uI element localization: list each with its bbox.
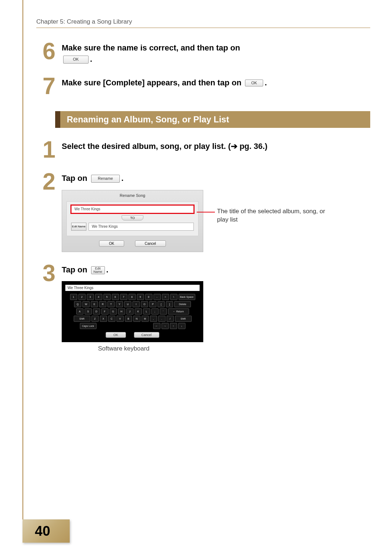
step-text: Make sure [Complete] appears, and then t… bbox=[62, 77, 370, 89]
keyboard-key[interactable]: S bbox=[85, 308, 92, 315]
keyboard-key[interactable]: - bbox=[154, 294, 161, 300]
keyboard-key[interactable]: W bbox=[82, 301, 90, 307]
step-number: 1 bbox=[36, 139, 62, 161]
keyboard-key[interactable]: \ bbox=[170, 294, 177, 300]
keyboard-key[interactable]: 9 bbox=[137, 294, 144, 300]
keyboard-key[interactable]: 5 bbox=[103, 294, 111, 300]
step-text-after: . bbox=[90, 54, 92, 64]
keyboard-cancel-button[interactable]: Cancel bbox=[134, 332, 159, 338]
keyboard-key[interactable]: Back Space bbox=[179, 294, 195, 300]
edit-name-button[interactable]: Edit Name bbox=[71, 223, 86, 231]
keyboard-key[interactable]: / bbox=[167, 316, 174, 322]
keyboard-ok-button[interactable]: OK bbox=[106, 332, 126, 338]
keyboard-key[interactable]: V bbox=[117, 316, 124, 322]
keyboard-key[interactable]: L bbox=[143, 308, 150, 315]
keyboard-key[interactable]: F bbox=[101, 308, 109, 315]
keyboard-key[interactable]: Delete bbox=[174, 301, 191, 307]
step-text: Make sure the name is correct, and then … bbox=[62, 42, 370, 65]
step-text-before: Make sure [Complete] appears, and then t… bbox=[62, 78, 244, 87]
keyboard-key[interactable]: = bbox=[162, 294, 169, 300]
keyboard-key[interactable]: ↓ bbox=[178, 323, 185, 329]
keyboard-key[interactable]: A bbox=[76, 308, 83, 315]
ok-button[interactable]: OK bbox=[63, 56, 89, 63]
keyboard-key[interactable]: T bbox=[107, 301, 115, 307]
ok-button[interactable]: OK bbox=[245, 80, 263, 86]
section-heading: Renaming an Album, Song, or Play List bbox=[55, 111, 370, 128]
keyboard-key[interactable]: D bbox=[93, 308, 100, 315]
keyboard-key[interactable]: Caps Lock bbox=[80, 323, 97, 329]
keyboard-key[interactable]: E bbox=[91, 301, 98, 307]
dialog-title: Rename Song bbox=[66, 193, 199, 198]
step-2: 2 Tap on Rename. Rename Song We Three Ki… bbox=[36, 171, 370, 252]
keyboard-key[interactable]: J bbox=[126, 308, 134, 315]
keyboard-key[interactable]: 6 bbox=[112, 294, 119, 300]
from-name-field[interactable]: We Three Kings bbox=[71, 205, 194, 213]
keyboard-key[interactable]: 1 bbox=[70, 294, 77, 300]
keyboard-caption: Software keyboard bbox=[98, 345, 370, 352]
page-vertical-rule bbox=[23, 0, 23, 530]
keyboard-key[interactable]: 0 bbox=[145, 294, 152, 300]
keyboard-text-field[interactable]: We Three Kings bbox=[65, 285, 200, 291]
keyboard-key[interactable]: G bbox=[110, 308, 117, 315]
keyboard-key[interactable]: Y bbox=[116, 301, 123, 307]
step-text: Tap on Edit Name. bbox=[62, 264, 370, 276]
step-text-before: Tap on bbox=[62, 174, 90, 183]
chapter-header: Chapter 5: Creating a Song Library bbox=[36, 18, 370, 28]
step-3: 3 Tap on Edit Name. We Three Kings 12345… bbox=[36, 263, 370, 353]
keyboard-key[interactable]: 8 bbox=[128, 294, 136, 300]
keyboard-key[interactable]: B bbox=[125, 316, 132, 322]
keyboard-key[interactable]: Shift bbox=[175, 316, 192, 322]
keyboard-key[interactable]: X bbox=[100, 316, 107, 322]
rename-dialog: Rename Song We Three Kings TO Edit Name … bbox=[62, 190, 203, 252]
step-text-before: Tap on bbox=[62, 265, 90, 274]
keyboard-key[interactable]: ← Return bbox=[168, 308, 189, 315]
keyboard-key[interactable]: M bbox=[142, 316, 149, 322]
keyboard-key[interactable]: U bbox=[124, 301, 131, 307]
keyboard-key[interactable]: 7 bbox=[120, 294, 127, 300]
page-number: 40 bbox=[35, 523, 50, 539]
keyboard-key[interactable]: Z bbox=[91, 316, 99, 322]
step-text: Select the desired album, song, or play … bbox=[62, 141, 370, 152]
keyboard-key[interactable]: R bbox=[99, 301, 106, 307]
keyboard-key[interactable]: . bbox=[158, 316, 166, 322]
keyboard-key[interactable]: , bbox=[150, 316, 157, 322]
dialog-ok-button[interactable]: OK bbox=[99, 240, 124, 247]
keyboard-key[interactable]: ' bbox=[160, 308, 167, 315]
keyboard-key[interactable]: Shift bbox=[74, 316, 90, 322]
keyboard-key[interactable]: K bbox=[135, 308, 142, 315]
keyboard-key[interactable]: O bbox=[141, 301, 148, 307]
section-title: Renaming an Album, Song, or Play List bbox=[60, 111, 370, 128]
step-number: 2 bbox=[36, 171, 62, 193]
section-accent bbox=[55, 111, 60, 128]
keyboard-key[interactable]: 4 bbox=[95, 294, 102, 300]
keyboard-key[interactable]: I bbox=[132, 301, 140, 307]
dialog-cancel-button[interactable]: Cancel bbox=[135, 240, 166, 247]
keyboard-key[interactable]: C bbox=[108, 316, 115, 322]
keyboard-row-4: ShiftZXCVBNM,./Shift bbox=[65, 316, 200, 322]
keyboard-key[interactable]: ← bbox=[153, 323, 160, 329]
keyboard-key[interactable]: ] bbox=[166, 301, 173, 307]
edit-name-button[interactable]: Edit Name bbox=[91, 266, 105, 274]
keyboard-key[interactable]: 3 bbox=[87, 294, 94, 300]
keyboard-row-3: ASDFGHJKL;'← Return bbox=[65, 308, 200, 315]
to-label: TO bbox=[122, 215, 143, 220]
to-name-field[interactable]: We Three Kings bbox=[89, 223, 194, 231]
page-content: Chapter 5: Creating a Song Library 6 Mak… bbox=[36, 18, 370, 363]
step-text-after: . bbox=[265, 78, 267, 87]
step-7: 7 Make sure [Complete] appears, and then… bbox=[36, 76, 370, 97]
keyboard-row-2: QWERTYUIOP[]Delete bbox=[65, 301, 200, 307]
keyboard-key[interactable]: Q bbox=[74, 301, 81, 307]
keyboard-key[interactable]: ↑ bbox=[170, 323, 177, 329]
step-text: Tap on Rename. bbox=[62, 173, 370, 184]
callout-text: The title of the selected album, song, o… bbox=[217, 207, 337, 224]
software-keyboard-figure: We Three Kings 1234567890-=\Back Space Q… bbox=[62, 281, 203, 342]
keyboard-key[interactable]: P bbox=[149, 301, 156, 307]
keyboard-row-5: Caps Lock←→↑↓ bbox=[65, 323, 200, 329]
keyboard-key[interactable]: [ bbox=[158, 301, 165, 307]
keyboard-key[interactable]: 2 bbox=[78, 294, 86, 300]
rename-button[interactable]: Rename bbox=[91, 175, 120, 182]
keyboard-key[interactable]: ; bbox=[151, 308, 159, 315]
keyboard-key[interactable]: → bbox=[162, 323, 169, 329]
keyboard-key[interactable]: N bbox=[133, 316, 140, 322]
keyboard-key[interactable]: H bbox=[118, 308, 125, 315]
